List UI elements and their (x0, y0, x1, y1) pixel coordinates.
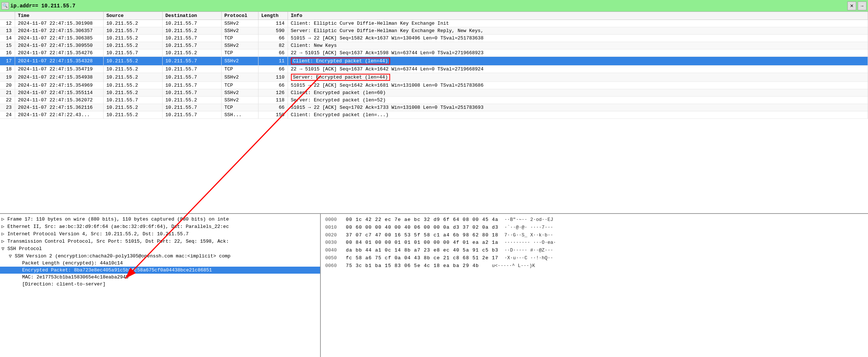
packet-info: Server: Elliptic Curve Diffie-Hellman Ke… (288, 27, 868, 35)
col-source: Source (103, 12, 162, 20)
table-row[interactable]: 202024-11-07 22:47:15.35496910.211.55.21… (0, 82, 868, 89)
tree-toggle: ▷ (1, 223, 7, 229)
table-row[interactable]: 122024-11-07 22:47:15.30190810.211.55.21… (0, 20, 868, 27)
hex-line: 0040da bb 44 a1 0c 14 8b a7 23 e8 ec 40 … (325, 247, 556, 254)
detail-text: Packet Length (encrypted): 44a10c14 (22, 260, 123, 266)
table-row[interactable]: 212024-11-07 22:47:15.35511410.211.55.21… (0, 89, 868, 97)
packet-protocol: TCP (221, 104, 258, 111)
hex-bytes: 00 1c 42 22 ec 7e ae bc 32 d9 6f 64 08 0… (346, 216, 499, 224)
table-row[interactable]: 222024-11-07 22:47:15.36207210.211.55.71… (0, 97, 868, 104)
detail-row[interactable]: [Direction: client-to-server] (0, 281, 320, 288)
packet-source: 10.211.55.2 (103, 89, 162, 97)
packet-info: 51015 → 22 [ACK] Seq=1582 Ack=1637 Win=1… (288, 35, 868, 42)
packet-source: 10.211.55.2 (103, 82, 162, 89)
close-filter-button[interactable]: ✕ (847, 1, 856, 10)
packet-time: 2024-11-07 22:47:15.354276 (15, 49, 103, 57)
hex-bytes: 75 3c b1 ba 15 83 06 5e 4c 18 ea ba 29 4… (346, 262, 486, 270)
tree-toggle: ▷ (1, 238, 7, 244)
packet-length: 66 (258, 35, 288, 42)
packet-source: 10.211.55.7 (103, 27, 162, 35)
hex-bytes: da bb 44 a1 0c 14 8b a7 23 e8 ec 40 5a 9… (346, 247, 499, 254)
packet-num: 20 (0, 82, 15, 89)
hex-offset: 0040 (325, 247, 340, 254)
detail-row[interactable]: Encrypted Packet: 8ba723e8ec405a91c5b3fc… (0, 267, 320, 274)
hex-ascii: u<·····^ L···)K (492, 262, 535, 270)
packet-num: 13 (0, 27, 15, 35)
col-time: Time (15, 12, 103, 20)
filter-icon: 🔍 (1, 2, 9, 10)
packet-source: 10.211.55.2 (103, 42, 162, 49)
detail-text: [Direction: client-to-server] (22, 281, 105, 287)
detail-row[interactable]: Packet Length (encrypted): 44a10c14 (0, 260, 320, 267)
packet-num: 16 (0, 49, 15, 57)
packet-table-body: 122024-11-07 22:47:15.30190810.211.55.21… (0, 20, 868, 119)
packet-protocol: SSHv2 (221, 42, 258, 49)
packet-time: 2024-11-07 22:47:15.354328 (15, 57, 103, 66)
detail-row[interactable]: ▷Internet Protocol Version 4, Src: 10.21… (0, 230, 320, 238)
packet-time: 2024-11-07 22:47:15.301908 (15, 20, 103, 27)
packet-list-container: Time Source Destination Protocol Length … (0, 12, 868, 213)
detail-text: Ethernet II, Src: ae:bc:32:d9:6f:64 (ae:… (7, 224, 229, 229)
packet-destination: 10.211.55.7 (162, 89, 221, 97)
hex-offset: 0020 (325, 232, 340, 239)
packet-protocol: SSHv2 (221, 57, 258, 66)
table-row[interactable]: 172024-11-07 22:47:15.35432810.211.55.21… (0, 57, 868, 66)
tree-toggle: ▽ (9, 253, 15, 259)
detail-text: SSH Version 2 (encryption:chacha20-poly1… (15, 253, 230, 259)
table-row[interactable]: 182024-11-07 22:47:15.35471910.211.55.21… (0, 66, 868, 73)
detail-row[interactable]: ▷Ethernet II, Src: ae:bc:32:d9:6f:64 (ae… (0, 223, 320, 230)
packet-source: 10.211.55.2 (103, 111, 162, 119)
packet-protocol: SSHv2 (221, 73, 258, 82)
packet-num: 24 (0, 111, 15, 119)
hex-content: 000000 1c 42 22 ec 7e ae bc 32 d9 6f 64 … (325, 216, 556, 355)
detail-row[interactable]: MAC: 2e17753cb1ba1583065e4c18eaba294b (0, 274, 320, 281)
packet-destination: 10.211.55.7 (162, 104, 221, 111)
hex-offset: 0010 (325, 224, 340, 232)
table-row[interactable]: 142024-11-07 22:47:15.30638510.211.55.21… (0, 35, 868, 42)
col-info: Info (288, 12, 868, 20)
table-row[interactable]: 162024-11-07 22:47:15.35427610.211.55.71… (0, 49, 868, 57)
filter-input[interactable] (10, 3, 846, 9)
packet-source: 10.211.55.2 (103, 66, 162, 73)
hex-line: 001000 60 00 00 40 00 40 06 00 00 0a d3 … (325, 224, 556, 232)
info-boxed: Client: Encrypted packet (len=44) (291, 58, 390, 65)
detail-row[interactable]: ▽SSH Protocol (0, 245, 320, 252)
packet-protocol: TCP (221, 49, 258, 57)
packet-num: 21 (0, 89, 15, 97)
packet-destination: 10.211.55.7 (162, 111, 221, 119)
table-row[interactable]: 152024-11-07 22:47:15.30955010.211.55.21… (0, 42, 868, 49)
packet-protocol: TCP (221, 35, 258, 42)
packet-length: 82 (258, 42, 288, 49)
packet-time: 2024-11-07 22:47:15.306385 (15, 35, 103, 42)
packet-info: Server: Encrypted packet (len=44) (288, 73, 868, 82)
packet-num: 18 (0, 66, 15, 73)
packet-destination: 10.211.55.2 (162, 27, 221, 35)
detail-row[interactable]: ▷Transmission Control Protocol, Src Port… (0, 238, 320, 245)
tree-toggle: ▷ (1, 231, 7, 237)
packet-source: 10.211.55.7 (103, 49, 162, 57)
detail-row[interactable]: ▽SSH Version 2 (encryption:chacha20-poly… (0, 252, 320, 260)
arrow-right-button[interactable]: → (858, 1, 867, 10)
packet-protocol: SSH... (221, 111, 258, 119)
table-row[interactable]: 242024-11-07 22:47:22.43...10.211.55.210… (0, 111, 868, 119)
packet-num: 14 (0, 35, 15, 42)
hex-line: 0050fc 58 a6 75 cf 0a 04 43 8b ce 21 c8 … (325, 254, 556, 262)
table-row[interactable]: 232024-11-07 22:47:15.36211610.211.55.21… (0, 104, 868, 111)
table-row[interactable]: 132024-11-07 22:47:15.30635710.211.55.71… (0, 27, 868, 35)
detail-row[interactable]: ▷Frame 17: 110 bytes on wire (880 bits),… (0, 215, 320, 223)
packet-source: 10.211.55.7 (103, 97, 162, 104)
packet-destination: 10.211.55.7 (162, 20, 221, 27)
packet-info: Client: Encrypted packet (len=44) (288, 57, 868, 66)
packet-info: Client: Encrypted packet (len=60) (288, 89, 868, 97)
packet-protocol: TCP (221, 82, 258, 89)
detail-text: Encrypted Packet: 8ba723e8ec405a91c5b3fc… (22, 267, 212, 273)
table-row[interactable]: 192024-11-07 22:47:15.35493810.211.55.21… (0, 73, 868, 82)
packet-protocol: SSHv2 (221, 27, 258, 35)
packet-source: 10.211.55.2 (103, 20, 162, 27)
hex-line: 003000 84 01 00 00 01 01 01 00 00 00 4f … (325, 239, 556, 247)
bottom-panel: ▷Frame 17: 110 bytes on wire (880 bits),… (0, 213, 868, 357)
packet-num: 23 (0, 104, 15, 111)
packet-destination: 10.211.55.7 (162, 66, 221, 73)
packet-length: 66 (258, 82, 288, 89)
packet-info: Client: Encrypted packet (len=...) (288, 111, 868, 119)
